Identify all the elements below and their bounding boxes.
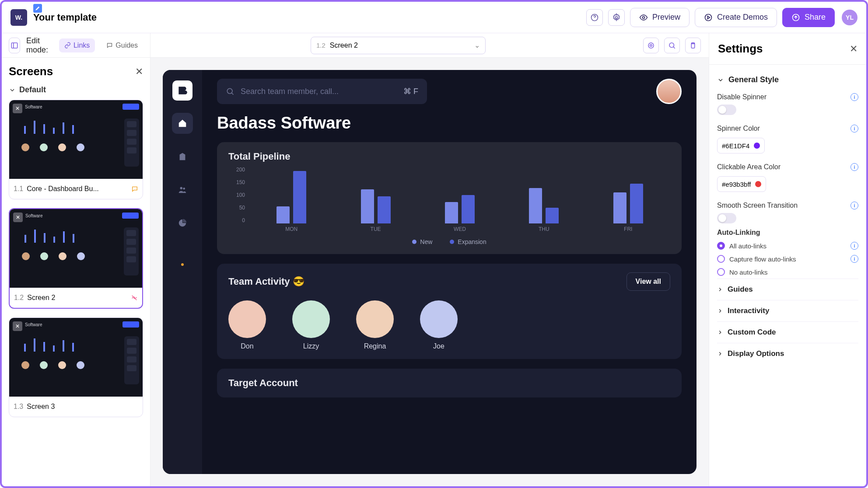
group-toggle[interactable]: Default	[9, 85, 143, 94]
broken-link-icon	[131, 294, 138, 301]
create-demos-label: Create Demos	[717, 13, 768, 22]
info-icon[interactable]: i	[850, 125, 858, 132]
pipeline-chart: 200150100500 MONTUEWEDTHUFRI NewExpansio…	[228, 167, 670, 245]
create-demos-button[interactable]: Create Demos	[695, 8, 777, 27]
close-icon[interactable]: ✕	[13, 104, 22, 113]
settings-panel: Settings ✕ General Style Disable Spinner…	[709, 33, 866, 486]
smooth-transition-label: Smooth Screen Transition	[717, 202, 798, 209]
spinner-color-label: Spinner Color	[717, 125, 760, 132]
app-logo: W.	[10, 9, 27, 26]
close-icon[interactable]: ✕	[850, 43, 858, 55]
settings-section[interactable]: Custom Code	[717, 321, 858, 343]
team-member[interactable]: Joe	[420, 300, 458, 350]
close-icon[interactable]: ✕	[13, 321, 22, 331]
svg-point-8	[669, 43, 674, 48]
settings-section[interactable]: Guides	[717, 279, 858, 300]
info-icon[interactable]: i	[850, 93, 858, 101]
nav-building-icon[interactable]	[172, 146, 193, 167]
search-shortcut: ⌘ F	[403, 87, 418, 96]
clickable-color-chip[interactable]: #e93b3bff	[717, 176, 766, 192]
screens-title: Screens	[9, 65, 53, 78]
search-icon	[226, 87, 234, 96]
search-input[interactable]: Search team member, call... ⌘ F	[217, 79, 427, 104]
pipeline-card: Total Pipeline 200150100500 MONTUEWEDTHU…	[217, 142, 682, 254]
close-icon[interactable]: ✕	[135, 66, 143, 77]
notification-dot-icon	[181, 263, 184, 266]
canvas-column: 1.2 Screen 2 ⌄	[150, 33, 709, 486]
radio-icon	[717, 268, 725, 276]
chevron-right-icon	[717, 351, 723, 357]
target-icon[interactable]	[643, 38, 659, 53]
radio-icon	[717, 242, 725, 250]
page-heading: Badass Software	[217, 114, 682, 132]
svg-point-3	[705, 14, 711, 21]
app-header: W. Your template Preview Create Demos Sh…	[2, 2, 866, 33]
disable-spinner-label: Disable Spinner	[717, 93, 766, 101]
clipboard-icon[interactable]	[685, 38, 701, 53]
edit-mode-bar: Edit mode: Links Guides	[2, 33, 150, 58]
team-title: Team Activity 😎	[228, 276, 304, 287]
template-title[interactable]: Your template	[33, 12, 97, 23]
radio-option[interactable]: All auto-linksi	[717, 239, 858, 252]
toggle-sidebar-icon[interactable]	[9, 38, 20, 53]
share-label: Share	[805, 13, 826, 22]
chevron-down-icon: ⌄	[474, 41, 480, 49]
smooth-transition-toggle[interactable]	[717, 213, 736, 223]
color-swatch	[755, 181, 761, 187]
share-up-icon	[791, 13, 800, 22]
svg-point-1	[615, 16, 617, 18]
screen-card[interactable]: ✕Software1.3Screen 3	[9, 317, 143, 417]
chevron-right-icon	[717, 329, 723, 335]
svg-point-7	[650, 44, 652, 46]
screen-name: Screen 3	[27, 403, 138, 411]
tag-icon	[131, 185, 138, 192]
clickable-color-label: Clickable Area Color	[717, 163, 780, 171]
screen-selector[interactable]: 1.2 Screen 2 ⌄	[311, 37, 486, 54]
nav-home-icon[interactable]	[172, 113, 193, 134]
settings-gear-icon[interactable]	[608, 9, 625, 26]
team-card: Team Activity 😎 View all DonLizzyReginaJ…	[217, 264, 682, 359]
team-member[interactable]: Lizzy	[292, 300, 330, 350]
view-all-button[interactable]: View all	[626, 272, 670, 291]
settings-section[interactable]: Display Options	[717, 343, 858, 364]
help-icon[interactable]	[586, 9, 603, 26]
canvas-toolbar: 1.2 Screen 2 ⌄	[150, 33, 709, 58]
radio-option[interactable]: No auto-links	[717, 265, 858, 279]
screens-sidebar: Edit mode: Links Guides Screens ✕ Defaul…	[2, 33, 150, 486]
search-icon[interactable]	[664, 38, 680, 53]
nav-chart-icon[interactable]	[172, 213, 193, 234]
target-title: Target Account	[228, 377, 670, 389]
info-icon[interactable]: i	[850, 255, 858, 263]
preview-button[interactable]: Preview	[630, 8, 690, 27]
nav-people-icon[interactable]	[172, 179, 193, 200]
links-chip[interactable]: Links	[59, 38, 95, 52]
screen-card[interactable]: ✕Software1.2Screen 2	[9, 208, 143, 309]
comment-icon	[106, 42, 113, 49]
spinner-color-chip[interactable]: #6E1DF4	[717, 138, 765, 153]
link-icon	[64, 42, 71, 49]
target-card: Target Account	[217, 369, 682, 397]
radio-option[interactable]: Capture flow auto-linksi	[717, 252, 858, 265]
disable-spinner-toggle[interactable]	[717, 105, 736, 115]
autolink-label: Auto-Linking	[717, 229, 858, 237]
user-avatar[interactable]: YL	[842, 10, 858, 25]
guides-chip[interactable]: Guides	[101, 38, 143, 52]
demo-canvas: Search team member, call... ⌘ F Badass S…	[163, 70, 696, 474]
info-icon[interactable]: i	[850, 202, 858, 209]
info-icon[interactable]: i	[850, 242, 858, 250]
close-icon[interactable]: ✕	[13, 213, 23, 222]
chevron-down-icon	[717, 77, 724, 84]
chevron-right-icon	[717, 308, 723, 314]
team-member[interactable]: Regina	[356, 300, 394, 350]
screen-card[interactable]: ✕Software1.1Core - Dashboard Bu...	[9, 100, 143, 199]
chevron-down-icon	[9, 87, 16, 94]
user-avatar[interactable]	[656, 79, 682, 104]
info-icon[interactable]: i	[850, 163, 858, 171]
svg-point-11	[183, 188, 185, 190]
settings-section[interactable]: Interactivity	[717, 300, 858, 321]
team-member[interactable]: Don	[228, 300, 266, 350]
share-button[interactable]: Share	[782, 8, 835, 27]
mock-logo	[172, 80, 192, 101]
edit-title-icon[interactable]	[33, 4, 42, 13]
section-general-style[interactable]: General Style	[717, 70, 858, 90]
